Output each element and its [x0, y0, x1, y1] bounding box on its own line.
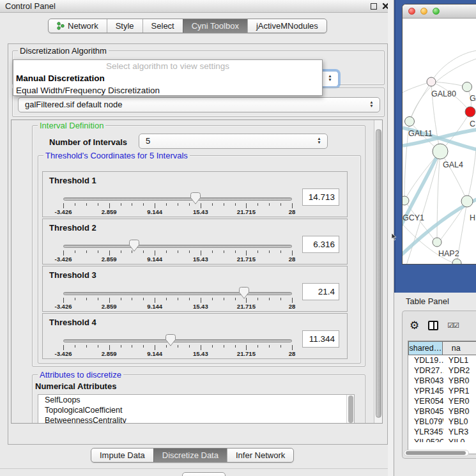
- list-item[interactable]: SelfLoops: [38, 395, 354, 405]
- network-edge[interactable]: [467, 134, 476, 201]
- table-cell[interactable]: YDL19…: [408, 355, 443, 365]
- table-panel-title: Table Panel: [406, 296, 449, 306]
- tab-style[interactable]: Style: [107, 19, 142, 33]
- table-cell[interactable]: YBR045C: [408, 406, 443, 417]
- tick-label: 2.859: [102, 303, 117, 310]
- table-cell[interactable]: YDL1: [443, 355, 476, 365]
- network-node-selected-red[interactable]: [465, 107, 475, 117]
- float-window-icon[interactable]: [371, 3, 377, 10]
- scrollbar-thumb[interactable]: [348, 395, 353, 423]
- split-columns-icon[interactable]: [428, 321, 438, 330]
- table-cell[interactable]: YER0: [443, 396, 476, 406]
- vertical-scrollbar[interactable]: [374, 120, 382, 423]
- bottom-tab-discretize-data[interactable]: Discretize Data: [153, 449, 227, 462]
- tab-network[interactable]: Network: [49, 19, 107, 33]
- select-columns-checkbox-icons[interactable]: ☑☑: [447, 321, 459, 330]
- tab-cyni-toolbox[interactable]: Cyni Toolbox: [183, 19, 247, 33]
- tick-mark: [155, 345, 155, 350]
- threshold-value-field[interactable]: 14.713: [302, 188, 339, 206]
- list-scrollbar[interactable]: [346, 395, 354, 423]
- scrollbar-thumb[interactable]: [376, 129, 381, 418]
- network-node-gal11[interactable]: [405, 117, 415, 127]
- tab-select[interactable]: Select: [142, 19, 183, 33]
- table-cell[interactable]: YLR3: [443, 427, 476, 437]
- tick-mark: [143, 345, 144, 348]
- table-data-combobox[interactable]: galFiltered.sif default node ▲▼: [18, 97, 380, 112]
- attributes-group: Attributes to discretize Numerical Attri…: [32, 374, 365, 424]
- minimize-traffic-light-icon[interactable]: [420, 8, 427, 15]
- scrollbar-thumb[interactable]: [406, 451, 466, 455]
- bottom-tab-infer-network[interactable]: Infer Network: [227, 449, 293, 462]
- network-node-label: GAL80: [431, 89, 456, 98]
- threshold-value-field[interactable]: 21.4: [302, 283, 339, 300]
- tick-mark: [98, 345, 98, 348]
- stepper-icon[interactable]: ▲▼: [369, 100, 374, 108]
- tick-mark: [292, 203, 293, 208]
- gear-icon[interactable]: ⚙: [410, 320, 419, 331]
- table-cell[interactable]: YBR043C: [408, 376, 443, 386]
- table-row[interactable]: YDL19…YDL1: [408, 355, 476, 365]
- tick-mark: [63, 298, 64, 303]
- table-cell[interactable]: YIL0: [443, 437, 476, 442]
- table-row[interactable]: YIL052CYIL0: [408, 437, 476, 442]
- dropdown-option[interactable]: Manual Discretization: [13, 72, 322, 84]
- numerical-attributes-list[interactable]: SelfLoopsTopologicalCoefficientBetweenne…: [38, 394, 355, 424]
- network-node-gcy1[interactable]: [403, 196, 409, 205]
- tick-label: 28: [289, 208, 296, 215]
- table-cell[interactable]: YBR0: [443, 406, 476, 417]
- network-node-hap2[interactable]: [433, 238, 441, 247]
- network-node-h-partial[interactable]: [461, 196, 473, 207]
- table-cell[interactable]: YDR2: [443, 365, 476, 376]
- table-row[interactable]: YBR045CYBR0: [408, 406, 476, 417]
- number-of-intervals-value: 5: [146, 136, 150, 146]
- apply-button[interactable]: Apply: [182, 472, 226, 476]
- list-item[interactable]: BetweennessCentrality: [38, 415, 354, 424]
- table-row[interactable]: YER054CYER0: [408, 396, 476, 406]
- network-node-ga-partial[interactable]: [463, 82, 472, 92]
- stepper-icon[interactable]: ▲▼: [327, 74, 333, 82]
- threshold-box: Threshold 4-3.4262.8599.14415.4321.71528…: [42, 313, 348, 359]
- network-edge[interactable]: [440, 151, 467, 201]
- slider-track[interactable]: [63, 245, 292, 248]
- threshold-value-field[interactable]: 6.316: [302, 236, 339, 253]
- table-cell[interactable]: YDR27…: [408, 365, 443, 376]
- table-cell[interactable]: YIL052C: [408, 437, 443, 442]
- table-row[interactable]: YBR043CYBR0: [408, 376, 476, 386]
- list-item[interactable]: TopologicalCoefficient: [38, 405, 354, 415]
- zoom-traffic-light-icon[interactable]: [433, 8, 440, 15]
- stepper-icon[interactable]: ▲▼: [316, 137, 322, 144]
- slider-track[interactable]: [63, 339, 292, 342]
- table-cell[interactable]: YLR345W: [408, 427, 443, 437]
- slider-track[interactable]: [63, 292, 292, 295]
- column-header[interactable]: shared…: [408, 341, 443, 355]
- number-of-intervals-combobox[interactable]: 5 ▲▼: [139, 134, 328, 149]
- network-node-gal4[interactable]: [433, 144, 448, 159]
- bottom-tab-label: Impute Data: [100, 450, 145, 460]
- horizontal-scrollbar[interactable]: [404, 450, 469, 456]
- slider-track[interactable]: [63, 197, 292, 201]
- bottom-tab-impute-data[interactable]: Impute Data: [91, 449, 153, 462]
- table-cell[interactable]: YBR0: [443, 376, 476, 386]
- tab-jactivemnodules[interactable]: jActiveMNodules: [247, 19, 326, 33]
- column-header[interactable]: na: [443, 341, 476, 355]
- network-canvas[interactable]: GAL80GACGAL11GAL4GCY1HHAP2: [403, 19, 476, 265]
- table-row[interactable]: YPR145WYPR1: [408, 386, 476, 396]
- table-cell[interactable]: YBL0: [443, 417, 476, 427]
- dropdown-option[interactable]: Equal Width/Frequency Discretization: [13, 84, 322, 96]
- threshold-value-field[interactable]: 11.344: [302, 330, 339, 348]
- table-cell[interactable]: YPR1: [443, 386, 476, 396]
- dropdown-placeholder-item[interactable]: Select algorithm to view settings: [13, 60, 322, 72]
- network-node-bottom-partial[interactable]: [452, 259, 461, 265]
- table-cell[interactable]: YBL079W: [408, 417, 443, 427]
- close-traffic-light-icon[interactable]: [408, 8, 415, 15]
- network-node-gal80[interactable]: [427, 77, 436, 86]
- network-edge[interactable]: [431, 50, 476, 82]
- table-row[interactable]: YBL079WYBL0: [408, 417, 476, 427]
- table-cell[interactable]: YPR145W: [408, 386, 443, 396]
- table-row[interactable]: YLR345WYLR3: [408, 427, 476, 437]
- network-edge[interactable]: [437, 151, 440, 242]
- tick-label: 28: [289, 256, 296, 263]
- table-row[interactable]: YDR27…YDR2: [408, 365, 476, 376]
- table-cell[interactable]: YER054C: [408, 396, 443, 406]
- tick-mark: [224, 345, 224, 348]
